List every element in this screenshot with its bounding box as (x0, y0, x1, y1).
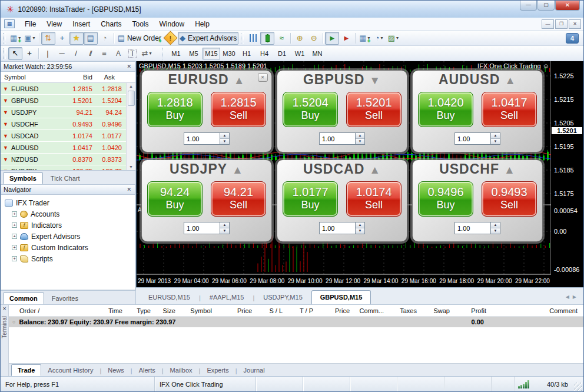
tab-journal[interactable]: Journal (237, 364, 271, 376)
close-icon[interactable]: ✕ (125, 64, 132, 69)
text-tool-icon[interactable]: A (111, 47, 125, 60)
candlestick-chart-icon[interactable] (260, 32, 274, 45)
arrows-tool-icon[interactable]: ⇄▾ (140, 47, 154, 60)
sell-button[interactable]: 1.0417Sell (482, 92, 537, 127)
symbol-row-usdchf[interactable]: ▼USDCHF0.94930.9496 (1, 118, 126, 130)
period-mn[interactable]: MN (308, 48, 326, 59)
menu-view[interactable]: View (41, 19, 67, 29)
label-tool-icon[interactable]: T (125, 47, 140, 60)
spin-down-icon[interactable]: ▼ (356, 138, 364, 144)
spin-up-icon[interactable]: ▲ (356, 133, 364, 138)
chart-window[interactable]: GBPUSD,M15 1.5203 1.5205 1.5189 1.5201 I… (136, 61, 583, 287)
buy-button[interactable]: 1.0177Buy (283, 181, 338, 217)
tab-tick-chart[interactable]: Tick Chart (44, 172, 87, 184)
tab-alerts[interactable]: Alerts (132, 364, 162, 376)
tab-symbols[interactable]: Symbols (3, 172, 43, 184)
horizontal-line-icon[interactable]: ─ (55, 47, 69, 60)
buy-button[interactable]: 0.9496Buy (418, 181, 473, 217)
sell-button[interactable]: 1.0174Sell (346, 181, 402, 217)
expand-icon[interactable]: + (12, 245, 17, 250)
resize-grip[interactable] (574, 383, 582, 391)
templates-icon[interactable]: ▨▾ (386, 32, 400, 45)
volume-input[interactable] (319, 132, 356, 145)
volume-input[interactable] (184, 222, 220, 234)
spin-up-icon[interactable]: ▲ (220, 222, 229, 228)
navigator-toggle-icon[interactable]: ★ (69, 32, 84, 45)
period-h1[interactable]: H1 (238, 48, 256, 59)
expand-icon[interactable]: + (12, 211, 17, 217)
expand-icon[interactable]: + (12, 222, 17, 228)
scroll-down-icon[interactable]: ▼ (129, 164, 133, 170)
close-icon[interactable]: ✕ (125, 187, 132, 192)
menu-tools[interactable]: Tools (127, 19, 154, 29)
fibonacci-icon[interactable]: ≡ (97, 47, 111, 60)
period-m30[interactable]: M30 (220, 48, 238, 59)
menu-charts[interactable]: Charts (95, 19, 127, 29)
cursor-tool-icon[interactable]: ↖ (8, 47, 22, 60)
column-header[interactable]: Comment (490, 307, 581, 314)
tab-mailbox[interactable]: Mailbox (164, 364, 199, 376)
chart-tab-usdjpy[interactable]: USDJPY,M15 (254, 290, 311, 304)
tab-news[interactable]: News (101, 364, 131, 376)
scrollbar-thumb[interactable] (128, 91, 135, 106)
chart-tab-gbpusd[interactable]: GBPUSD,M15 (311, 290, 371, 304)
period-h4[interactable]: H4 (256, 48, 273, 59)
column-header[interactable]: Taxes (387, 307, 420, 314)
column-header-bid[interactable]: Bid (63, 72, 95, 82)
vertical-line-icon[interactable]: | (41, 47, 55, 60)
child-restore-icon[interactable]: ❐ (555, 19, 568, 29)
volume-input[interactable] (319, 222, 356, 234)
maximize-icon[interactable]: ▢ (537, 1, 555, 11)
tab-scroll-left-icon[interactable]: ◀ (566, 294, 573, 300)
column-header[interactable]: S / L (256, 307, 286, 314)
bar-chart-icon[interactable] (246, 32, 260, 45)
spin-down-icon[interactable]: ▼ (220, 228, 229, 234)
spin-up-icon[interactable]: ▲ (220, 133, 229, 138)
tab-scroll-right-icon[interactable]: ▶ (573, 294, 580, 300)
tree-item-accounts[interactable]: +Accounts (5, 208, 135, 220)
child-minimize-icon[interactable]: — (542, 19, 554, 29)
buy-button[interactable]: 1.0420Buy (418, 92, 473, 127)
auto-scroll-icon[interactable]: ▶ (325, 32, 339, 45)
period-m1[interactable]: M1 (167, 48, 185, 59)
spin-down-icon[interactable]: ▼ (491, 138, 500, 144)
volume-input[interactable] (454, 132, 491, 145)
symbol-row-usdjpy[interactable]: ▼USDJPY94.2194.24 (1, 107, 126, 118)
column-header[interactable]: Profit (453, 307, 490, 314)
tree-item-indicators[interactable]: +fIndicators (5, 220, 135, 231)
trendline-icon[interactable]: / (69, 47, 83, 60)
buy-button[interactable]: 94.24Buy (147, 181, 203, 217)
balance-row[interactable]: ○ Balance: 230.97 Equity: 230.97 Free ma… (9, 317, 583, 327)
close-icon[interactable]: ✕ (555, 1, 580, 11)
chart-tab-eurusd[interactable]: EURUSD,M15 (140, 290, 199, 304)
close-icon[interactable]: ✕ (258, 73, 268, 82)
zoom-out-icon[interactable]: ⊖ (307, 32, 321, 45)
column-header[interactable]: Time (64, 307, 126, 314)
child-close-icon[interactable]: ✕ (569, 19, 581, 29)
period-m5[interactable]: M5 (185, 48, 203, 59)
indicators-icon[interactable]: ▦+▾ (357, 32, 371, 45)
data-window-icon[interactable]: + (55, 32, 69, 45)
tree-root-ifx-trader[interactable]: IFX Trader (5, 197, 135, 208)
line-chart-icon[interactable]: ≈ (274, 32, 288, 45)
market-watch-toggle-icon[interactable]: ⇅ (41, 32, 55, 45)
new-order-button[interactable]: ▤+New Order (116, 32, 163, 45)
tab-common[interactable]: Common (3, 293, 44, 304)
sell-button[interactable]: 94.21Sell (211, 181, 266, 217)
column-header-ask[interactable]: Ask (95, 72, 117, 82)
time-axis[interactable]: 29 Mar 201329 Mar 04:0029 Mar 06:0029 Ma… (137, 275, 551, 287)
column-header[interactable]: Price (317, 307, 353, 314)
expand-icon[interactable]: + (12, 234, 17, 239)
column-header[interactable]: T / P (286, 307, 317, 314)
minimize-icon[interactable]: — (520, 1, 537, 11)
period-m15[interactable]: M15 (203, 48, 220, 59)
periods-icon[interactable]: ◔▾ (372, 32, 386, 45)
menu-file[interactable]: File (19, 19, 41, 29)
terminal-toggle-icon[interactable]: ▤ (84, 32, 98, 45)
expand-icon[interactable]: + (12, 256, 17, 261)
profiles-icon[interactable]: ▣▾ (22, 32, 36, 45)
spin-down-icon[interactable]: ▼ (220, 138, 229, 144)
column-header[interactable]: Swap (420, 307, 453, 314)
expert-advisors-button[interactable]: ◆Expert Advisors (178, 32, 238, 45)
buy-button[interactable]: 1.5204Buy (283, 92, 338, 127)
